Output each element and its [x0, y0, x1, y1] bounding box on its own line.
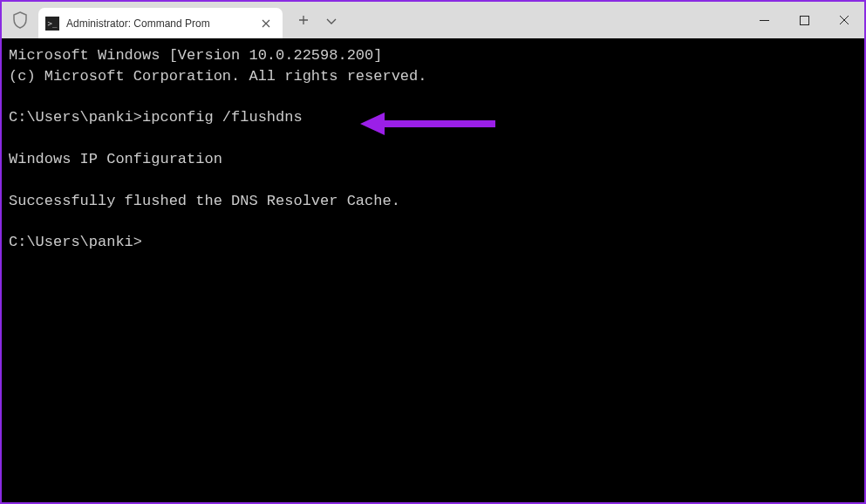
new-tab-button[interactable] [298, 12, 309, 29]
cmd-icon: >_ [45, 17, 59, 31]
svg-rect-0 [800, 16, 808, 24]
copyright-line: (c) Microsoft Corporation. All rights re… [9, 68, 426, 85]
prompt: C:\Users\panki> [9, 109, 142, 126]
prompt: C:\Users\panki> [9, 234, 142, 250]
command-text: ipconfig /flushdns [142, 109, 303, 126]
tab-title: Administrator: Command Prom [66, 17, 251, 30]
tab-dropdown-button[interactable] [326, 12, 337, 29]
window-controls [744, 2, 864, 38]
output-message: Successfully flushed the DNS Resolver Ca… [9, 193, 400, 209]
close-tab-button[interactable] [258, 17, 274, 31]
terminal-output[interactable]: Microsoft Windows [Version 10.0.22598.20… [2, 38, 864, 260]
titlebar: >_ Administrator: Command Prom [2, 2, 864, 38]
maximize-button[interactable] [784, 2, 824, 38]
version-line: Microsoft Windows [Version 10.0.22598.20… [9, 47, 382, 64]
minimize-button[interactable] [744, 2, 784, 38]
tab-actions [283, 12, 337, 29]
close-window-button[interactable] [824, 2, 864, 38]
output-header: Windows IP Configuration [9, 151, 222, 167]
shield-icon [2, 11, 38, 29]
tab-command-prompt[interactable]: >_ Administrator: Command Prom [38, 8, 283, 38]
